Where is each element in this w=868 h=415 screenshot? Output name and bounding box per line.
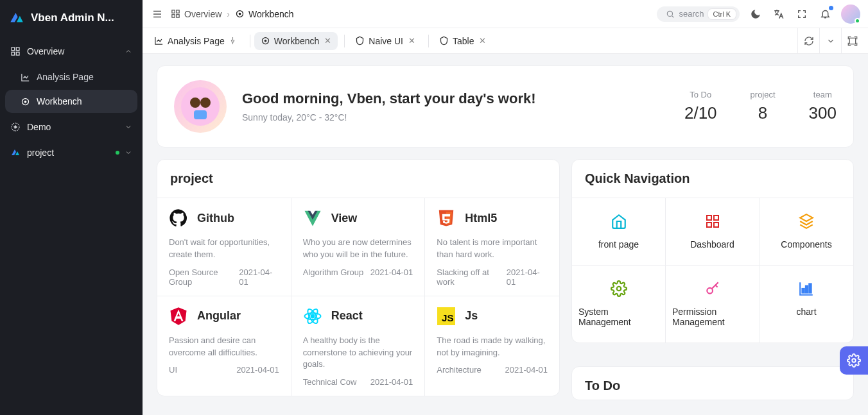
quick-item-system[interactable]: System Management bbox=[572, 265, 666, 343]
quick-item-home[interactable]: front page bbox=[572, 198, 666, 265]
stat-project: project 8 bbox=[751, 90, 776, 123]
demo-icon bbox=[10, 122, 21, 132]
svg-point-7 bbox=[14, 126, 17, 128]
github-icon bbox=[169, 208, 188, 228]
tabs-refresh-icon[interactable] bbox=[797, 28, 819, 54]
brand[interactable]: Vben Admin N... bbox=[0, 0, 143, 36]
tab-analysis[interactable]: Analysis Page bbox=[148, 32, 243, 50]
project-card[interactable]: Github Don't wait for opportunities, cre… bbox=[157, 198, 291, 296]
svg-rect-0 bbox=[12, 47, 15, 51]
svg-point-5 bbox=[24, 101, 26, 103]
stat-team: team 300 bbox=[809, 90, 837, 123]
sidebar-item-label: Workbench bbox=[37, 96, 82, 106]
pin-icon[interactable] bbox=[229, 37, 237, 45]
avatar[interactable] bbox=[841, 4, 860, 24]
js-icon: JS bbox=[437, 307, 456, 326]
project-card[interactable]: React A healthy body is the cornerstone … bbox=[291, 296, 426, 396]
chevron-right-icon: › bbox=[227, 9, 230, 19]
grid-icon bbox=[704, 212, 722, 230]
tabs-fullscreen-icon[interactable] bbox=[841, 28, 863, 54]
angular-icon bbox=[169, 307, 188, 326]
nav-overview-label: Overview bbox=[27, 46, 64, 56]
tabs-dropdown-icon[interactable] bbox=[819, 28, 841, 54]
html5-icon bbox=[437, 208, 456, 228]
key-icon bbox=[704, 280, 722, 298]
svg-rect-36 bbox=[809, 284, 811, 292]
sidebar-item-label: Analysis Page bbox=[37, 72, 94, 82]
svg-text:JS: JS bbox=[442, 312, 454, 323]
bell-icon[interactable] bbox=[818, 7, 832, 21]
svg-point-22 bbox=[311, 314, 314, 318]
nav-group-overview[interactable]: Overview bbox=[5, 38, 137, 64]
chevron-down-icon bbox=[125, 149, 132, 157]
project-card[interactable]: Angular Passion and desire can overcome … bbox=[157, 296, 291, 396]
close-icon[interactable]: ✕ bbox=[408, 36, 415, 46]
welcome-subtitle: Sunny today, 20°C - 32°C! bbox=[242, 112, 669, 123]
bar-chart-icon bbox=[797, 280, 815, 298]
quick-item-components[interactable]: Components bbox=[759, 198, 853, 265]
close-icon[interactable]: ✕ bbox=[479, 36, 486, 46]
nav-group-demo[interactable]: Demo bbox=[5, 114, 137, 140]
quick-item-permission[interactable]: Permission Management bbox=[666, 265, 759, 343]
theme-toggle-icon[interactable] bbox=[749, 7, 763, 21]
close-icon[interactable]: ✕ bbox=[324, 36, 331, 46]
dashboard-icon bbox=[10, 46, 21, 56]
chart-icon bbox=[21, 72, 30, 82]
sidebar-item-workbench[interactable]: Workbench bbox=[5, 90, 137, 113]
target-icon bbox=[261, 36, 270, 46]
home-icon bbox=[610, 212, 628, 230]
sidebar: Vben Admin N... Overview Analysis Page W… bbox=[0, 0, 143, 415]
svg-rect-1 bbox=[16, 47, 19, 51]
menu-toggle-icon[interactable] bbox=[150, 7, 164, 21]
brand-name: Vben Admin N... bbox=[31, 12, 114, 24]
sidebar-item-analysis[interactable]: Analysis Page bbox=[5, 65, 137, 89]
quick-item-dashboard[interactable]: Dashboard bbox=[666, 198, 759, 265]
svg-point-13 bbox=[239, 13, 241, 15]
fullscreen-icon[interactable] bbox=[795, 7, 809, 21]
tab-table[interactable]: Table ✕ bbox=[433, 32, 492, 50]
svg-rect-30 bbox=[707, 223, 711, 227]
logo-icon bbox=[8, 9, 26, 27]
tabs: Analysis Page Workbench ✕ Naive UI ✕ Tab… bbox=[143, 28, 868, 54]
svg-point-20 bbox=[200, 97, 211, 108]
todo-card: To Do bbox=[571, 366, 854, 400]
topbar: Overview › Workbench search Ctrl K bbox=[143, 0, 868, 28]
search-icon bbox=[666, 10, 675, 19]
projects-card: project Github Don't wait for opportunit… bbox=[157, 159, 560, 396]
nav-demo-label: Demo bbox=[27, 122, 51, 132]
project-card[interactable]: JS Js The road is made by walking, not b… bbox=[425, 296, 559, 396]
breadcrumb-current: Workbench bbox=[235, 9, 294, 19]
svg-rect-2 bbox=[12, 52, 15, 55]
content: Good morning, Vben, start your day's wor… bbox=[143, 54, 868, 415]
svg-rect-31 bbox=[714, 223, 718, 227]
nav-group-project[interactable]: project bbox=[5, 140, 137, 165]
chevron-down-icon bbox=[125, 123, 132, 131]
settings-fab[interactable] bbox=[840, 346, 868, 375]
tab-naive[interactable]: Naive UI ✕ bbox=[349, 32, 422, 50]
language-icon[interactable] bbox=[772, 7, 786, 21]
search-kbd: Ctrl K bbox=[708, 9, 736, 19]
shield-icon bbox=[439, 36, 449, 46]
quick-nav-card: Quick Navigation front page Dashboard bbox=[571, 159, 854, 343]
svg-rect-35 bbox=[806, 286, 808, 293]
tab-workbench[interactable]: Workbench ✕ bbox=[254, 32, 338, 50]
project-card[interactable]: View Who you are now determines who you … bbox=[291, 198, 426, 296]
target-icon bbox=[235, 9, 245, 19]
svg-point-19 bbox=[190, 97, 200, 108]
breadcrumb: Overview › Workbench bbox=[171, 9, 294, 19]
welcome-card: Good morning, Vben, start your day's wor… bbox=[157, 65, 854, 148]
svg-rect-17 bbox=[849, 38, 855, 44]
svg-rect-28 bbox=[707, 216, 711, 220]
projects-title: project bbox=[157, 160, 559, 198]
svg-rect-3 bbox=[16, 52, 19, 55]
svg-point-32 bbox=[616, 287, 621, 291]
react-icon bbox=[303, 307, 322, 326]
search-input[interactable]: search Ctrl K bbox=[657, 6, 740, 22]
search-placeholder: search bbox=[679, 9, 704, 19]
quick-item-chart[interactable]: chart bbox=[759, 265, 853, 343]
project-card[interactable]: Html5 No talent is more important than h… bbox=[425, 198, 559, 296]
breadcrumb-root[interactable]: Overview bbox=[171, 9, 221, 19]
gear-icon bbox=[847, 353, 861, 368]
status-dot-icon bbox=[116, 151, 119, 155]
nav-project-label: project bbox=[27, 148, 54, 158]
